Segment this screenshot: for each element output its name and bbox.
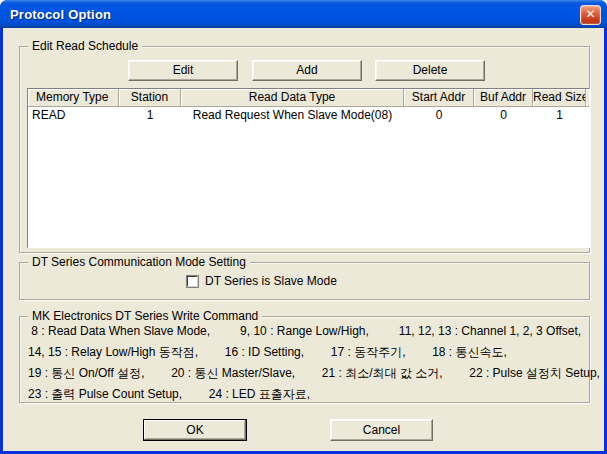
write-command-lines: 8 : Read Data When Slave Mode, 9, 10 : R… (28, 321, 600, 405)
window-title: Protocol Option (0, 7, 111, 22)
titlebar: Protocol Option ✕ (0, 0, 607, 28)
close-button[interactable]: ✕ (580, 5, 601, 25)
group-edit-read-schedule-label: Edit Read Schedule (28, 39, 142, 53)
read-schedule-table: Memory Type Station Read Data Type Start… (27, 88, 590, 248)
cell-station: 1 (119, 107, 181, 123)
write-command-line-2: 14, 15 : Relay Low/High 동작점, 16 : ID Set… (28, 342, 600, 363)
column-header-filler (586, 89, 589, 107)
cell-buf-addr: 0 (474, 107, 533, 123)
column-header-start-addr[interactable]: Start Addr (404, 89, 474, 107)
dt-slave-mode-checkbox-label: DT Series is Slave Mode (205, 274, 337, 288)
cell-read-size: 1 (533, 107, 586, 123)
cell-memory-type: READ (28, 107, 119, 123)
write-command-line-3: 19 : 통신 On/Off 설정, 20 : 통신 Master/Slave,… (28, 363, 600, 384)
group-write-command: MK Electronics DT Series Write Command 8… (19, 316, 590, 403)
group-dt-communication-mode-label: DT Series Communication Mode Setting (28, 255, 250, 269)
column-header-station[interactable]: Station (119, 89, 181, 107)
read-schedule-table-header: Memory Type Station Read Data Type Start… (28, 89, 589, 107)
cell-read-data-type: Read Request When Slave Mode(08) (181, 107, 404, 123)
cancel-button[interactable]: Cancel (330, 419, 433, 441)
cell-start-addr: 0 (404, 107, 474, 123)
dt-slave-mode-checkbox[interactable]: DT Series is Slave Mode (186, 274, 337, 288)
column-header-read-data-type[interactable]: Read Data Type (181, 89, 404, 107)
ok-button[interactable]: OK (143, 419, 247, 441)
column-header-memory-type[interactable]: Memory Type (28, 89, 119, 107)
dialog-client-area: Edit Read Schedule Edit Add Delete Memor… (3, 28, 604, 451)
column-header-read-size[interactable]: Read Size (533, 89, 586, 107)
edit-button[interactable]: Edit (128, 60, 238, 81)
write-command-line-1: 8 : Read Data When Slave Mode, 9, 10 : R… (28, 321, 600, 342)
delete-button[interactable]: Delete (375, 60, 485, 81)
protocol-option-dialog: Protocol Option ✕ Edit Read Schedule Edi… (0, 0, 607, 454)
add-button[interactable]: Add (252, 60, 362, 81)
checkbox-icon (186, 275, 199, 288)
write-command-line-4: 23 : 출력 Pulse Count Setup, 24 : LED 표출자료… (28, 384, 600, 405)
close-icon: ✕ (585, 7, 595, 21)
column-header-buf-addr[interactable]: Buf Addr (474, 89, 533, 107)
table-row[interactable]: READ 1 Read Request When Slave Mode(08) … (28, 107, 589, 123)
